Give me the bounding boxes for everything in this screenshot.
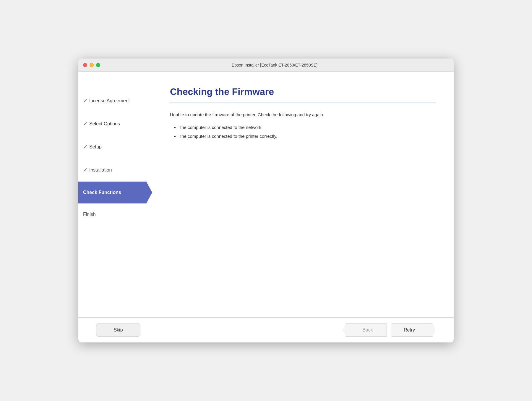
sidebar-label-setup: Setup [89, 144, 102, 150]
page-title: Checking the Firmware [170, 86, 436, 97]
sidebar-item-license-agreement[interactable]: ✓ License Agreement [78, 89, 152, 112]
minimize-button[interactable] [90, 63, 94, 67]
maximize-button[interactable] [96, 63, 100, 67]
bullet-item-2: The computer is connected to the printer… [179, 132, 436, 141]
skip-button[interactable]: Skip [96, 324, 140, 337]
sidebar-item-setup[interactable]: ✓ Setup [78, 135, 152, 159]
traffic-lights [83, 63, 100, 67]
installer-window: Epson Installer [EcoTank ET-2850/ET-2850… [78, 59, 454, 342]
check-icon-setup: ✓ [83, 144, 87, 150]
bullet-item-1: The computer is connected to the network… [179, 123, 436, 132]
sidebar-item-installation[interactable]: ✓ Installation [78, 159, 152, 182]
footer-left: Skip [96, 324, 140, 337]
bullet-list: The computer is connected to the network… [170, 123, 436, 141]
check-icon-installation: ✓ [83, 167, 87, 173]
title-divider [170, 103, 436, 103]
sidebar-label-finish: Finish [83, 212, 96, 217]
close-button[interactable] [83, 63, 87, 67]
sidebar-label-license: License Agreement [89, 98, 130, 104]
retry-button[interactable]: Retry [392, 324, 436, 337]
check-icon-license: ✓ [83, 98, 87, 104]
sidebar-label-installation: Installation [89, 167, 112, 173]
sidebar-label-select-options: Select Options [89, 121, 120, 127]
sidebar-label-check-functions: Check Functions [83, 190, 121, 195]
content-area: Checking the Firmware Unable to update t… [152, 72, 454, 317]
main-content: ✓ License Agreement ✓ Select Options ✓ S… [78, 72, 454, 317]
window-title: Epson Installer [EcoTank ET-2850/ET-2850… [100, 63, 449, 67]
sidebar-item-select-options[interactable]: ✓ Select Options [78, 112, 152, 135]
description-text: Unable to update the firmware of the pri… [170, 112, 436, 117]
sidebar-item-check-functions[interactable]: Check Functions [78, 182, 152, 203]
footer: Skip Back Retry [78, 317, 454, 342]
check-icon-select-options: ✓ [83, 121, 87, 127]
sidebar: ✓ License Agreement ✓ Select Options ✓ S… [78, 72, 152, 317]
sidebar-item-finish[interactable]: Finish [78, 203, 152, 225]
title-bar: Epson Installer [EcoTank ET-2850/ET-2850… [78, 59, 454, 72]
back-button[interactable]: Back [343, 324, 387, 337]
footer-right: Back Retry [343, 324, 436, 337]
